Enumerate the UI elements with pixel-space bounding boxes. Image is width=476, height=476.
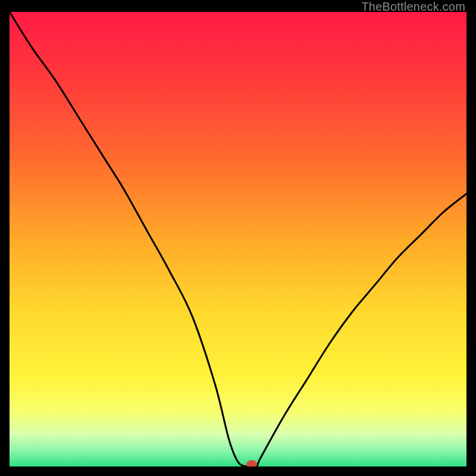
chart-frame <box>10 12 466 466</box>
bottleneck-chart <box>10 12 466 466</box>
plot-background <box>10 12 466 466</box>
